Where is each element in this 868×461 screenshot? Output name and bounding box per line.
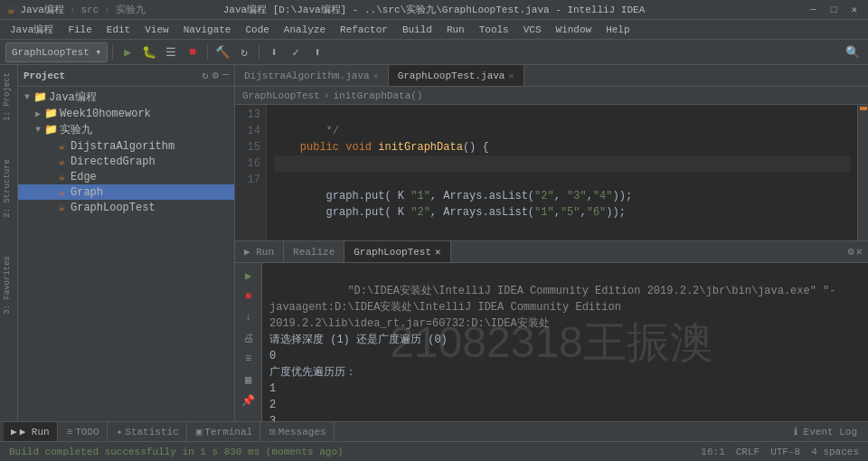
menu-tools[interactable]: Tools <box>473 23 515 37</box>
menu-analyze[interactable]: Analyze <box>278 23 332 37</box>
title-bar-controls: ─ □ ✕ <box>807 3 861 16</box>
tree-item-graphlooptest[interactable]: ☕ GraphLoopTest <box>18 200 234 215</box>
minimize-btn[interactable]: ─ <box>807 4 820 16</box>
java-file-icon: ☕ <box>54 201 69 214</box>
run-btn[interactable]: ▶ <box>118 42 137 62</box>
bottom-tab-statistic[interactable]: ✦ Statistic <box>109 422 187 442</box>
event-log-label[interactable]: Event Log <box>804 427 857 437</box>
menu-view[interactable]: View <box>138 23 175 37</box>
bottom-tab-messages-icon: ⊡ <box>269 426 276 437</box>
panel-icons: ↻ ⚙ — <box>202 69 229 82</box>
bottom-tab-messages[interactable]: ⊡ Messages <box>262 422 334 442</box>
stop-btn[interactable]: ■ <box>183 42 203 62</box>
breadcrumb-root[interactable]: GraphLoopTest <box>242 90 320 101</box>
menu-window[interactable]: Window <box>550 23 599 37</box>
run-with-coverage-btn[interactable]: ☰ <box>161 42 181 62</box>
menu-help[interactable]: Help <box>599 23 636 37</box>
panel-collapse-icon[interactable]: — <box>222 69 229 82</box>
sidebar-tab-structure[interactable]: 2: Structure <box>1 155 17 221</box>
vcs-commit-btn[interactable]: ✓ <box>286 42 306 62</box>
code-content[interactable]: */ public void initGraphData() { graph.p… <box>267 105 857 240</box>
encoding[interactable]: UTF-8 <box>767 447 804 457</box>
tree-item-graph[interactable]: ☕ Graph <box>18 184 234 200</box>
bottom-tab-terminal[interactable]: ▣ Terminal <box>189 422 260 442</box>
code-editor[interactable]: 13 14 15 16 17 */ public void initGraphD… <box>235 105 868 240</box>
tab-graphlooptest[interactable]: GraphLoopTest.java ✕ <box>389 65 524 86</box>
search-everywhere-btn[interactable]: 🔍 <box>843 42 863 62</box>
tree-item-dijkstra[interactable]: ☕ DijstraAlgorithm <box>18 138 234 154</box>
tree-arrow: ▼ <box>22 92 33 102</box>
menu-navigate[interactable]: Navigate <box>177 23 238 37</box>
tree-item-week10[interactable]: ▶ 📁 Week10homework <box>18 106 234 121</box>
close-graphlooptest-tab[interactable]: ✕ <box>508 71 514 81</box>
cursor-position[interactable]: 16:1 <box>697 447 728 457</box>
bottom-tab-run-label: ▶ Run <box>20 426 50 437</box>
editor-tabs: DijstraAlgorithm.java ✕ GraphLoopTest.ja… <box>235 65 868 87</box>
sync-btn[interactable]: ↻ <box>234 42 254 62</box>
folder-icon: 📁 <box>43 123 58 136</box>
tree-item-exp9[interactable]: ▼ 📁 实验九 <box>18 121 234 138</box>
bottom-tab-stat-icon: ✦ <box>117 426 123 437</box>
line-ending[interactable]: CRLF <box>732 447 763 457</box>
indent[interactable]: 4 spaces <box>807 447 863 457</box>
tab-empty-space <box>524 65 868 86</box>
run-print-btn[interactable]: 🖨 <box>240 329 258 347</box>
menu-java[interactable]: Java编程 <box>4 21 60 38</box>
status-right: 16:1 CRLF UTF-8 4 spaces <box>697 447 863 457</box>
title-bar-left: ☕ Java编程 › src › 实验九 <box>7 2 146 17</box>
vcs-push-btn[interactable]: ⬆ <box>307 42 327 62</box>
menu-refactor[interactable]: Refactor <box>334 23 394 37</box>
title-bar: ☕ Java编程 › src › 实验九 Java编程 [D:\Java编程] … <box>0 0 868 20</box>
run-tab-run[interactable]: ▶ Run <box>235 241 284 262</box>
run-scroll-end-btn[interactable]: ↓ <box>240 308 258 326</box>
vcs-update-btn[interactable]: ⬇ <box>264 42 284 62</box>
run-num-2: 2 <box>269 399 276 411</box>
build-status: Build completed successfully in 1 s 830 … <box>5 447 347 457</box>
bottom-toolbar: ▶ ▶ Run ≡ TODO ✦ Statistic ▣ Terminal ⊡ … <box>0 421 868 441</box>
bottom-tab-run[interactable]: ▶ ▶ Run <box>4 422 58 442</box>
menu-file[interactable]: File <box>61 23 98 37</box>
run-stop-btn[interactable]: ■ <box>240 287 258 306</box>
tree-label-week10: Week10homework <box>60 108 151 120</box>
run-tab-realize[interactable]: Realize <box>284 241 344 262</box>
run-tab-graphlooptest[interactable]: GraphLoopTest ✕ <box>344 241 450 262</box>
maximize-btn[interactable]: □ <box>827 4 841 16</box>
menu-build[interactable]: Build <box>396 23 439 37</box>
bottom-tab-todo[interactable]: ≡ TODO <box>60 422 108 442</box>
tree-item-root[interactable]: ▼ 📁 Java编程 <box>18 89 234 106</box>
tab-dijkstra[interactable]: DijstraAlgorithm.java ✕ <box>235 65 389 86</box>
close-btn[interactable]: ✕ <box>847 3 861 16</box>
close-run-tab[interactable]: ✕ <box>435 246 441 258</box>
sidebar-tab-project[interactable]: 1: Project <box>1 69 17 125</box>
breadcrumb-method[interactable]: initGraphData() <box>333 90 422 101</box>
tree-item-edge[interactable]: ☕ Edge <box>18 169 234 184</box>
run-config-dropdown[interactable]: GraphLoopTest ▾ <box>5 42 108 62</box>
run-filter-btn[interactable]: ≡ <box>240 350 258 368</box>
main-toolbar: GraphLoopTest ▾ ▶ 🐛 ☰ ■ 🔨 ↻ ⬇ ✓ ⬆ 🔍 <box>0 40 868 65</box>
toolbar-sep2 <box>207 45 208 60</box>
menu-edit[interactable]: Edit <box>100 23 137 37</box>
sidebar-tab-favorites[interactable]: 3: Favorites <box>1 252 17 318</box>
run-num-3: 3 <box>269 415 276 421</box>
menu-vcs[interactable]: VCS <box>517 23 548 37</box>
run-prompt: 请选择深度 (1) 还是广度遍历 (0) <box>269 334 448 346</box>
tree-item-directedgraph[interactable]: ☕ DirectedGraph <box>18 154 234 169</box>
run-panel-close-icon[interactable]: ✕ <box>856 245 863 259</box>
menu-code[interactable]: Code <box>239 23 275 37</box>
tree-label-graph: Graph <box>71 186 103 199</box>
panel-gear-icon[interactable]: ⚙ <box>212 69 219 82</box>
run-fold-btn[interactable]: ▦ <box>240 371 258 389</box>
run-restart-btn[interactable]: ▶ <box>240 267 258 285</box>
panel-refresh-icon[interactable]: ↻ <box>202 69 208 82</box>
run-config-label: GraphLoopTest ▾ <box>12 46 101 58</box>
tree-label-directedgraph: DirectedGraph <box>71 155 156 168</box>
toolbar-separator <box>112 45 113 60</box>
close-dijkstra-tab[interactable]: ✕ <box>373 71 379 81</box>
menu-run[interactable]: Run <box>440 23 471 37</box>
run-panel-settings-icon[interactable]: ⚙ <box>848 245 854 259</box>
build-btn[interactable]: 🔨 <box>212 42 232 62</box>
run-pin-btn[interactable]: 📌 <box>240 391 258 409</box>
toolbar-sep3 <box>259 45 259 60</box>
run-panel: ▶ Run Realize GraphLoopTest ✕ ⚙ ✕ <box>235 240 868 421</box>
debug-btn[interactable]: 🐛 <box>139 42 159 62</box>
